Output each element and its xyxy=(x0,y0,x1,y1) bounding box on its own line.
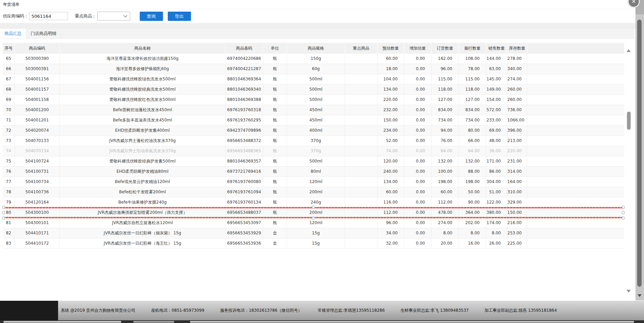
supplier-code-label: 供应商编码： xyxy=(3,13,28,19)
table-cell: 78 xyxy=(3,187,15,197)
page-scroll-down-icon[interactable] xyxy=(638,294,642,297)
table-row[interactable]: 69504001158爱敬科娜洗丝蜂胶红色洗发水500ml88010463693… xyxy=(3,95,624,105)
table-scrollbar[interactable] xyxy=(626,42,631,297)
selection-handle[interactable] xyxy=(312,206,315,209)
table-cell: 500ml xyxy=(287,74,345,84)
table-row[interactable]: 80504300100JVR杰威尔激爽强塑定型喷雾200ml（强力支撑）6956… xyxy=(3,208,624,218)
table-cell: 145.00 xyxy=(486,74,507,84)
table-cell-filler xyxy=(527,115,624,125)
table-row[interactable]: 73504070133JVR杰威尔男士蓬松控油洗发水370g6956653488… xyxy=(3,136,624,146)
selection-handle[interactable] xyxy=(622,206,625,209)
supplier-code-input[interactable] xyxy=(29,12,68,20)
table-cell: 6956653488365 xyxy=(225,146,263,156)
table-cell: 0.00 xyxy=(404,197,431,207)
table-scrollbar-thumb[interactable] xyxy=(627,112,631,130)
export-button[interactable]: 导出 xyxy=(168,12,191,21)
table-cell: 瓶 xyxy=(263,126,287,135)
key-product-select[interactable] xyxy=(97,12,130,21)
table-cell xyxy=(345,85,378,94)
table-cell: 瓶 xyxy=(263,136,287,146)
column-header: 序号 xyxy=(3,43,15,54)
scroll-up-icon[interactable] xyxy=(627,49,631,52)
table-cell: 60.00 xyxy=(431,187,459,197)
table-cell: 198.00 xyxy=(459,177,486,187)
table-cell: 0.00 xyxy=(404,136,431,146)
column-header-filler xyxy=(527,43,624,54)
table-cell xyxy=(345,115,378,125)
table-row[interactable]: 74504070134JVR杰威尔男士型动香氛洗发水370g6956653488… xyxy=(3,146,624,156)
selection-handle[interactable] xyxy=(2,206,5,209)
table-cell: EHD丝柔防断发护发素400ml xyxy=(60,126,225,135)
table-cell: 132.00 xyxy=(431,156,459,166)
table-cell: 67 xyxy=(3,74,15,84)
table-cell: 6974004220686 xyxy=(225,54,263,64)
table-cell: 0.00 xyxy=(404,187,431,197)
table-cell: 8.00 xyxy=(486,228,507,238)
table-cell: 149.00 xyxy=(486,85,507,94)
main-panel: 商品汇总 门店商品明细 序号商品编码商品名称商品条码单位商品规格重点商品预估数量… xyxy=(0,29,634,301)
table-cell: 198.00 xyxy=(431,177,459,187)
query-button[interactable]: 查询 xyxy=(140,12,163,21)
table-cell: 118.00 xyxy=(431,85,459,94)
table-cell xyxy=(345,238,378,248)
table-cell: 231.00 xyxy=(507,156,527,166)
bottom-strip xyxy=(0,320,644,323)
footer-director-processing: 加工事业部副总监:陈燕 13595181864 xyxy=(484,308,557,313)
table-row[interactable]: 68504001157爱敬科娜洗丝蜂胶经典洗发水500ml88010463693… xyxy=(3,85,624,95)
table-cell: 364.00 xyxy=(459,208,486,218)
table-header-row: 序号商品编码商品名称商品条码单位商品规格重点商品预估数量增加估量订货数量履行数量… xyxy=(3,43,624,54)
table-cell xyxy=(345,136,378,146)
selection-handle[interactable] xyxy=(2,211,5,214)
table-cell-filler xyxy=(527,218,624,228)
table-cell: 150.00 xyxy=(507,208,527,218)
table-row[interactable]: 82504410171JVR杰威尔发丝一日幻彩棒（烟灰紫） 15g6956653… xyxy=(3,228,624,238)
table-row[interactable]: 83504410172JVR杰威尔发丝一日幻彩棒（海王红） 15g6956653… xyxy=(3,238,624,249)
table-cell: Befe琉光星云护发精油120ml xyxy=(60,177,225,187)
table-cell xyxy=(345,208,378,218)
table-cell: 8.00 xyxy=(431,228,459,238)
table-cell xyxy=(345,197,378,207)
table-row[interactable]: 77504100734Befe琉光星云护发精油120ml697619376008… xyxy=(3,177,624,187)
table-row[interactable]: 72504020074EHD丝柔防断发护发素400ml6942374709896… xyxy=(3,126,624,136)
tab-product-summary[interactable]: 商品汇总 xyxy=(0,29,26,38)
table-cell: 220.00 xyxy=(507,146,527,156)
table-cell: 6956653453097 xyxy=(225,218,263,228)
table-cell: 0.00 xyxy=(404,74,431,84)
scroll-down-icon[interactable] xyxy=(627,290,631,293)
table-row[interactable]: 70504001200Befe茶树控油蓬松洗发水450ml69761937603… xyxy=(3,105,624,115)
selection-handle[interactable] xyxy=(312,217,315,220)
table-cell: 0.00 xyxy=(404,105,431,115)
tab-store-product-detail[interactable]: 门店商品明细 xyxy=(26,29,61,38)
table-cell xyxy=(345,146,378,156)
table-row[interactable]: 75504100724爱敬科娜洗丝蜂胶经典护发素500ml88010463693… xyxy=(3,156,624,167)
table-row[interactable]: 67504001156爱敬科娜洗丝蜂胶绿色洗发水500ml88010463693… xyxy=(3,74,624,85)
table-cell: 174.00 xyxy=(486,218,507,228)
selection-handle[interactable] xyxy=(2,217,5,220)
table-cell-filler xyxy=(527,105,624,115)
table-cell xyxy=(345,126,378,135)
table-cell: 504120164 xyxy=(15,197,60,207)
table-cell: 232.00 xyxy=(378,105,404,115)
table-row[interactable]: 65503000390海洋至尊蓝藻水律长效控油洁面露150g6974004220… xyxy=(3,54,624,64)
table-cell: 0.00 xyxy=(404,218,431,228)
page-scrollbar-thumb[interactable] xyxy=(637,20,642,287)
table-cell: 200ml xyxy=(287,187,345,197)
table-cell: 48.00 xyxy=(486,136,507,146)
selection-handle[interactable] xyxy=(622,211,625,214)
selection-handle[interactable] xyxy=(622,217,625,220)
table-cell: 6976193760080 xyxy=(225,177,263,187)
table-cell: 380.00 xyxy=(486,208,507,218)
table-row[interactable]: 66503000391海洋至尊多效修护焕能乳60g6974004221287瓶6… xyxy=(3,64,624,74)
table-row[interactable]: 76504100731EHD柔亮防断护发精油80ml6973721769416瓶… xyxy=(3,167,624,177)
table-cell: 8801046369357 xyxy=(225,156,263,166)
table-cell: 18.00 xyxy=(378,64,404,74)
table-cell: 瓶 xyxy=(263,208,287,218)
table-row[interactable]: 71504001201Befe多肽丰盈滋养洗发水450ml69761937602… xyxy=(3,115,624,126)
table-cell: 20.00 xyxy=(431,238,459,248)
page-scrollbar[interactable] xyxy=(635,0,644,300)
table-row[interactable]: 78504100736Befe松松干发喷雾200ml6976193761094瓶… xyxy=(3,187,624,197)
table-cell: 112.00 xyxy=(431,197,459,207)
column-header: 单位 xyxy=(263,43,287,54)
table-cell: 450ml xyxy=(287,115,345,125)
table-cell: JVR杰威尔男士蓬松控油洗发水370g xyxy=(60,136,225,146)
